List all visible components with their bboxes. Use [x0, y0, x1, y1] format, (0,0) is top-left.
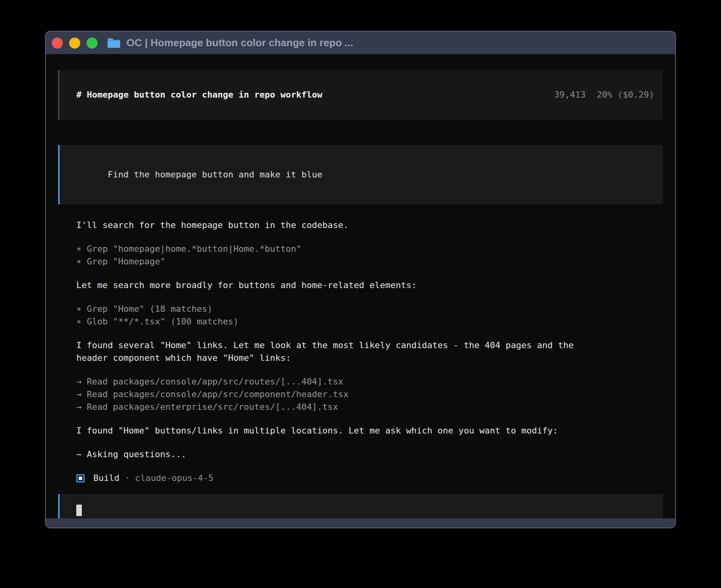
tool-call-line: ∗ Grep "Home" (18 matches) — [76, 303, 663, 315]
tool-call-group: ∗ Grep "Home" (18 matches)∗ Glob "**/*.t… — [76, 303, 663, 328]
tool-call-line: → Read packages/console/app/src/routes/[… — [76, 375, 663, 388]
session-stats: 39,41320%($0.29) — [512, 76, 654, 114]
titlebar: OC | Homepage button color change in rep… — [46, 32, 675, 54]
context-percentage: 20% — [597, 90, 613, 100]
agent-status: Build · claude-opus-4-5 — [76, 472, 663, 484]
text-cursor — [76, 505, 82, 516]
session-cost: ($0.29) — [617, 90, 654, 100]
chat-log: I'll search for the homepage button in t… — [76, 219, 663, 461]
prompt-input-line[interactable] — [76, 503, 654, 516]
tool-call-line: → Read packages/console/app/src/componen… — [76, 388, 663, 401]
window-bottom-band — [46, 518, 675, 528]
traffic-light-zoom-button[interactable] — [87, 38, 98, 49]
agent-separator: · — [125, 472, 130, 484]
assistant-text: I found "Home" buttons/links in multiple… — [76, 424, 663, 437]
prompt-input[interactable]: BuildClaude Opus 4.5OpenCode Zen — [58, 494, 663, 518]
traffic-light-close-button[interactable] — [52, 38, 63, 49]
traffic-light-minimize-button[interactable] — [69, 38, 80, 49]
terminal-window: OC | Homepage button color change in rep… — [45, 31, 676, 528]
session-header: # Homepage button color change in repo w… — [58, 70, 663, 120]
agent-name: Build — [93, 472, 119, 484]
assistant-text-line: Let me search more broadly for buttons a… — [76, 279, 663, 292]
tool-call-group: ∗ Grep "homepage|home.*button|Home.*butt… — [76, 243, 663, 268]
terminal-content: # Homepage button color change in repo w… — [46, 54, 675, 518]
assistant-text-line: I found several "Home" links. Let me loo… — [76, 339, 663, 352]
assistant-text: ~ Asking questions... — [76, 448, 663, 461]
session-title: # Homepage button color change in repo w… — [76, 89, 323, 101]
assistant-text-line: header component which have "Home" links… — [76, 352, 663, 364]
build-mode-icon-inner — [79, 477, 82, 480]
tool-call-line: → Read packages/enterprise/src/routes/[.… — [76, 401, 663, 413]
user-message: Find the homepage button and make it blu… — [58, 145, 663, 204]
tool-call-line: ∗ Grep "homepage|home.*button|Home.*butt… — [76, 243, 663, 255]
tool-call-group: → Read packages/console/app/src/routes/[… — [76, 375, 663, 413]
tool-call-line: ∗ Grep "Homepage" — [76, 255, 663, 268]
traffic-lights — [52, 38, 98, 49]
agent-model: claude-opus-4-5 — [135, 472, 213, 484]
tool-call-line: ∗ Glob "**/*.tsx" (100 matches) — [76, 315, 663, 328]
assistant-text-line: I'll search for the homepage button in t… — [76, 219, 663, 232]
assistant-text: Let me search more broadly for buttons a… — [76, 279, 663, 292]
assistant-text: I'll search for the homepage button in t… — [76, 219, 663, 232]
assistant-text-line: ~ Asking questions... — [76, 448, 663, 461]
build-mode-icon — [76, 474, 85, 482]
window-title: OC | Homepage button color change in rep… — [126, 37, 353, 49]
folder-icon — [107, 38, 121, 48]
assistant-text: I found several "Home" links. Let me loo… — [76, 339, 663, 364]
user-message-text: Find the homepage button and make it blu… — [108, 170, 322, 179]
assistant-text-line: I found "Home" buttons/links in multiple… — [76, 424, 663, 437]
token-count: 39,413 — [554, 90, 585, 100]
